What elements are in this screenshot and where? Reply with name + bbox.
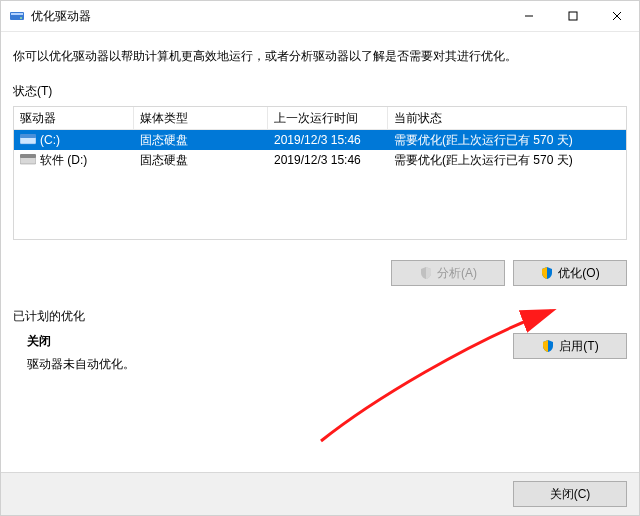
close-label: 关闭(C) [550,486,591,503]
scheduled-note: 驱动器未自动优化。 [27,356,513,373]
drive-last: 2019/12/3 15:46 [268,130,388,150]
drive-icon [20,134,36,146]
drive-name: (C:) [40,133,60,147]
window-title: 优化驱动器 [31,8,91,25]
table-row[interactable]: (C:) 固态硬盘 2019/12/3 15:46 需要优化(距上次运行已有 5… [14,130,626,150]
shield-icon [419,266,433,280]
svg-rect-4 [569,12,577,20]
col-drive[interactable]: 驱动器 [14,107,134,130]
svg-rect-7 [20,137,36,144]
enable-button[interactable]: 启用(T) [513,333,627,359]
svg-rect-10 [20,154,36,158]
enable-label: 启用(T) [559,338,598,355]
scheduled-title: 已计划的优化 [13,308,627,325]
col-status[interactable]: 当前状态 [388,107,626,130]
table-row[interactable]: 软件 (D:) 固态硬盘 2019/12/3 15:46 需要优化(距上次运行已… [14,150,626,170]
drive-last: 2019/12/3 15:46 [268,150,388,170]
footer: 关闭(C) [1,472,639,515]
analyze-button: 分析(A) [391,260,505,286]
description-text: 你可以优化驱动器以帮助计算机更高效地运行，或者分析驱动器以了解是否需要对其进行优… [13,48,627,65]
col-media[interactable]: 媒体类型 [134,107,268,130]
status-label: 状态(T) [13,83,627,100]
drive-icon [20,154,36,166]
optimize-button[interactable]: 优化(O) [513,260,627,286]
scheduled-section: 已计划的优化 关闭 驱动器未自动优化。 启用(T) [13,308,627,373]
minimize-button[interactable] [507,1,551,31]
analyze-label: 分析(A) [437,265,477,282]
action-buttons: 分析(A) 优化(O) [13,260,627,286]
shield-icon [541,339,555,353]
svg-rect-9 [20,157,36,164]
shield-icon [540,266,554,280]
svg-rect-8 [20,134,36,138]
content-area: 你可以优化驱动器以帮助计算机更高效地运行，或者分析驱动器以了解是否需要对其进行优… [1,32,639,373]
table-header: 驱动器 媒体类型 上一次运行时间 当前状态 [14,107,626,130]
svg-point-2 [20,17,22,19]
col-lastrun[interactable]: 上一次运行时间 [268,107,388,130]
drive-media: 固态硬盘 [134,149,268,172]
svg-rect-1 [11,13,23,15]
maximize-button[interactable] [551,1,595,31]
drive-name: 软件 (D:) [40,152,87,169]
close-button[interactable]: 关闭(C) [513,481,627,507]
drives-table: 驱动器 媒体类型 上一次运行时间 当前状态 (C:) 固态硬盘 2019/12/… [13,106,627,240]
close-window-button[interactable] [595,1,639,31]
drive-status: 需要优化(距上次运行已有 570 天) [388,149,626,172]
titlebar: 优化驱动器 [1,1,639,32]
scheduled-state: 关闭 [27,333,513,350]
optimize-drives-window: 优化驱动器 你可以优化驱动器以帮助计算机更高效地运行，或者分析驱动器以了解是否需… [0,0,640,516]
optimize-label: 优化(O) [558,265,599,282]
app-icon [9,8,25,24]
